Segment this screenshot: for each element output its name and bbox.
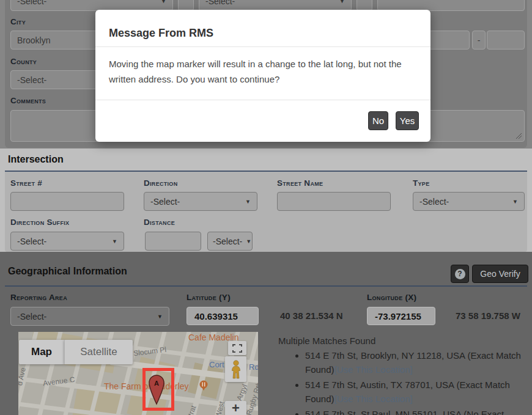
type-select[interactable]: -Select- ▼ (413, 192, 525, 211)
modal-divider (95, 46, 430, 47)
fullscreen-icon (232, 344, 242, 353)
no-button[interactable]: No (368, 111, 388, 130)
longitude-input[interactable]: -73.972155 (367, 307, 435, 325)
street-name-label: Street Name (277, 178, 323, 188)
matches-title: Multiple Matches Found (278, 336, 375, 346)
chevron-down-icon: ▼ (242, 199, 251, 205)
county-select-value: -Select- (17, 75, 46, 85)
street-number-label: Street # (10, 178, 42, 188)
latitude-input[interactable]: 40.639315 (187, 307, 259, 325)
map-marker[interactable]: A (149, 375, 164, 405)
distance-unit-select[interactable]: -Select- ▼ (207, 232, 253, 251)
fullscreen-button[interactable] (228, 341, 246, 355)
use-this-location-link[interactable]: [Use This Location] (334, 394, 413, 404)
zoom-in-button[interactable]: + (225, 401, 246, 415)
street-label-cortelyou: Cort (209, 360, 224, 369)
county-label: County (10, 57, 37, 66)
reporting-area-select[interactable]: -Select- ▼ (10, 307, 169, 326)
direction-label: Direction (144, 178, 177, 188)
help-button[interactable]: ? (451, 265, 469, 283)
city-value: Brooklyn (17, 35, 50, 45)
address-select-a-value: -Select- (17, 0, 46, 6)
chevron-down-icon: ▼ (108, 238, 117, 244)
geo-verify-button[interactable]: Geo Verify (472, 265, 528, 283)
intersection-section: Intersection Street # Direction -Select-… (0, 149, 532, 252)
matches-list: 514 E 7th St, Brooklyn, NY 11218, USA (E… (278, 348, 530, 415)
latitude-label: Latitude (Y) (187, 293, 231, 302)
rms-page: -Select- ▼ -Select- ▼ City Brooklyn - Co… (0, 0, 532, 415)
address-select-b-value: -Select- (205, 0, 235, 6)
chevron-down-icon: ▼ (153, 314, 163, 320)
longitude-dms: 73 58 19.758 W (456, 307, 520, 325)
modal-title: Message From RMS (109, 27, 213, 40)
street-label-rd: Rd (249, 362, 258, 372)
city-label: City (10, 17, 26, 26)
help-icon: ? (455, 269, 465, 279)
comments-label: Comments (10, 96, 46, 105)
direction-suffix-label: Direction Suffix (10, 218, 69, 227)
yes-button[interactable]: Yes (396, 111, 419, 130)
reporting-area-label: Reporting Area (10, 293, 67, 302)
direction-select[interactable]: -Select- ▼ (144, 192, 257, 211)
resize-handle-icon[interactable] (515, 133, 522, 139)
map-view-button[interactable]: Map (19, 340, 64, 364)
geo-heading: Geographical Information (8, 266, 127, 277)
chevron-down-icon: ▼ (336, 0, 345, 4)
chevron-down-icon: ▼ (509, 199, 518, 205)
pegman-icon (230, 360, 242, 379)
message-modal: Message From RMS Moving the map marker w… (95, 10, 430, 142)
satellite-view-button[interactable]: Satellite (64, 340, 133, 364)
modal-footer-divider (95, 100, 430, 100)
zip-separator: - (472, 31, 486, 50)
longitude-label: Longitude (X) (367, 293, 416, 302)
use-this-location-link[interactable]: [Use This Location] (334, 364, 413, 375)
direction-suffix-select[interactable]: -Select- ▼ (10, 232, 124, 251)
marker-letter: A (154, 380, 159, 387)
restaurant-poi-icon[interactable] (199, 380, 208, 391)
chevron-down-icon: ▼ (157, 0, 166, 4)
street-label-argyle: Argyl (235, 383, 249, 402)
distance-label: Distance (144, 218, 175, 227)
modal-message: Moving the map marker will result in a c… (109, 56, 417, 87)
map-canvas[interactable]: Cafe Madelin Slocum Pl Cort Rd Avenue C … (18, 332, 258, 415)
intersection-heading: Intersection (8, 154, 64, 165)
street-name-input[interactable] (277, 192, 391, 211)
chevron-down-icon: ▼ (242, 238, 251, 244)
type-label: Type (413, 178, 429, 188)
match-item: 514 E 7th St, Brooklyn, NY 11218, USA (E… (305, 348, 530, 376)
pegman-control[interactable] (225, 356, 246, 382)
match-item: 514 E 7th St, Austin, TX 78701, USA (Exa… (305, 378, 530, 406)
section-divider (5, 285, 527, 287)
street-number-input[interactable] (10, 192, 124, 211)
distance-input[interactable] (145, 232, 201, 251)
match-item: 514 E 7th St, St Paul, MN 55101, USA (No… (305, 407, 530, 415)
zip-plus4-input[interactable] (487, 31, 525, 50)
latitude-dms: 40 38 21.534 N (280, 307, 343, 325)
